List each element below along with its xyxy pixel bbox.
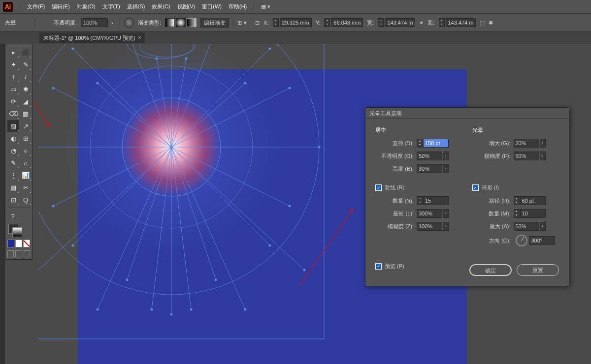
- svg-point-43: [52, 87, 55, 90]
- menu-select[interactable]: 选择(S): [127, 3, 145, 10]
- gradient-type-group[interactable]: [165, 18, 197, 27]
- center-opacity-field[interactable]: 50%›: [417, 152, 449, 160]
- tool-16[interactable]: ◔: [7, 145, 19, 156]
- rings-largest-field[interactable]: 50%›: [514, 222, 546, 231]
- tool-2[interactable]: ✦: [7, 59, 19, 70]
- rings-direction-field[interactable]: 300°: [514, 235, 555, 246]
- menu-object[interactable]: 对象(O): [77, 3, 96, 10]
- menu-bar: Ai 文件(F) 编辑(E) 对象(O) 文字(T) 选择(S) 效果(C) 视…: [0, 0, 591, 13]
- menu-view[interactable]: 视图(V): [177, 3, 196, 10]
- tool-7[interactable]: ✱: [20, 83, 32, 95]
- center-section-label: 居中: [375, 126, 462, 134]
- tool-5[interactable]: /: [20, 71, 32, 83]
- tool-25[interactable]: Q: [20, 194, 32, 206]
- svg-point-56: [156, 58, 158, 60]
- tool-6[interactable]: ▭: [7, 83, 19, 95]
- style-icon[interactable]: [124, 18, 134, 28]
- h-field[interactable]: ▴▾143.474 m: [439, 18, 476, 27]
- tool-3[interactable]: ✎: [20, 59, 32, 70]
- tool-23[interactable]: ✂: [20, 182, 32, 193]
- tool-20[interactable]: ⋮: [7, 169, 19, 181]
- tool-24[interactable]: ⊡: [7, 194, 19, 206]
- svg-point-58: [139, 44, 194, 57]
- tool-10[interactable]: ⌫: [7, 108, 19, 120]
- draw-modes[interactable]: [7, 250, 30, 257]
- control-bar: 光晕 不透明度: 100%› 渐变类型: 编辑渐变 ⊞▾ ⊡ X: ▴▾29.3…: [0, 13, 591, 32]
- svg-point-55: [185, 58, 188, 60]
- svg-point-57: [127, 44, 196, 59]
- tool-15[interactable]: ⊞: [20, 132, 32, 144]
- reset-button[interactable]: 重置: [517, 264, 559, 276]
- rings-checkbox[interactable]: ✓环形 (I): [472, 184, 559, 191]
- toolbox: ▸⬛✦✎T/▭✱⟳◢⌫▦▨↗◐⊞◔⟐✎⌕⋮📊▤✂⊡Q ?: [5, 44, 33, 260]
- svg-point-36: [269, 48, 271, 50]
- y-field[interactable]: ▴▾86.048 mm: [324, 18, 363, 27]
- tool-22[interactable]: ▤: [7, 182, 19, 193]
- menu-help[interactable]: 帮助(H): [229, 3, 247, 10]
- growth-field[interactable]: 20%›: [514, 139, 546, 148]
- w-field[interactable]: ▴▾143.474 m: [378, 18, 415, 27]
- rings-path-field[interactable]: ▴▾60 pt: [514, 196, 546, 205]
- help-tool[interactable]: ?: [7, 210, 18, 222]
- tool-4[interactable]: T: [7, 71, 19, 83]
- svg-point-37: [72, 48, 74, 50]
- isolate-icon[interactable]: ✱: [489, 20, 493, 26]
- tool-11[interactable]: ▦: [20, 108, 32, 120]
- gradient-type-label: 渐变类型:: [138, 19, 161, 27]
- document-tab[interactable]: 未标题-1* @ 100% (CMYK/GPU 预览)×: [39, 32, 145, 43]
- rays-checkbox[interactable]: ✓射线 (R): [375, 184, 462, 191]
- document-tab-bar: 未标题-1* @ 100% (CMYK/GPU 预览)×: [0, 32, 591, 44]
- menu-window[interactable]: 窗口(W): [202, 3, 222, 10]
- ok-button[interactable]: 确定: [469, 264, 512, 276]
- edit-gradient-button[interactable]: 编辑渐变: [200, 18, 229, 28]
- close-tab-icon[interactable]: ×: [138, 32, 141, 43]
- halo-fuzz-field[interactable]: 50%›: [514, 152, 546, 160]
- rays-longest-field[interactable]: 300%›: [417, 209, 449, 218]
- tool-9[interactable]: ◢: [20, 95, 32, 107]
- tool-12[interactable]: ▨: [7, 120, 19, 132]
- x-field[interactable]: ▴▾29.325 mm: [273, 18, 312, 27]
- dialog-title: 光晕工具选项: [369, 108, 402, 118]
- rays-fuzz-field[interactable]: 100%›: [417, 222, 449, 231]
- svg-point-39: [72, 244, 74, 247]
- tool-17[interactable]: ⟐: [20, 145, 32, 156]
- svg-point-45: [52, 205, 55, 208]
- transform-ref-icon[interactable]: ⊡: [255, 20, 260, 26]
- tool-8[interactable]: ⟳: [7, 95, 19, 107]
- menu-type[interactable]: 文字(T): [102, 3, 120, 10]
- menu-effect[interactable]: 效果(C): [152, 3, 170, 10]
- align-icons[interactable]: ⊞▾: [237, 20, 247, 26]
- link-wh-icon[interactable]: ⚭: [419, 20, 424, 26]
- tool-19[interactable]: ⌕: [20, 157, 32, 169]
- tool-0[interactable]: ▸: [7, 46, 19, 58]
- tool-18[interactable]: ✎: [7, 157, 19, 169]
- rings-count-field[interactable]: ▴▾10: [514, 209, 546, 218]
- brightness-field[interactable]: 30%›: [417, 164, 449, 173]
- preview-checkbox[interactable]: ✓预览 (P): [375, 263, 404, 270]
- diameter-field[interactable]: ▴▾158 pt: [417, 139, 449, 148]
- app-logo: Ai: [3, 2, 13, 12]
- tool-13[interactable]: ↗: [20, 120, 32, 132]
- opacity-field[interactable]: 100%›: [81, 18, 116, 27]
- shape-props-icon[interactable]: ⬚: [480, 20, 485, 26]
- rays-count-field[interactable]: ▴▾15: [417, 196, 449, 205]
- flare-tool-options-dialog: 光晕工具选项 居中 直径 (D):▴▾158 pt 不透明度 (O):50%› …: [365, 107, 569, 286]
- halo-section-label: 光晕: [472, 126, 559, 134]
- tool-14[interactable]: ◐: [7, 132, 19, 144]
- tool-21[interactable]: 📊: [20, 169, 32, 181]
- tool-1[interactable]: ⬛: [20, 46, 32, 58]
- object-name: 光晕: [5, 19, 16, 27]
- menu-file[interactable]: 文件(F): [27, 3, 45, 10]
- layout-icon[interactable]: ▦ ▾: [261, 3, 270, 10]
- menu-edit[interactable]: 编辑(E): [52, 3, 70, 10]
- color-mode-swatches[interactable]: [7, 240, 30, 247]
- opacity-label: 不透明度:: [54, 19, 77, 27]
